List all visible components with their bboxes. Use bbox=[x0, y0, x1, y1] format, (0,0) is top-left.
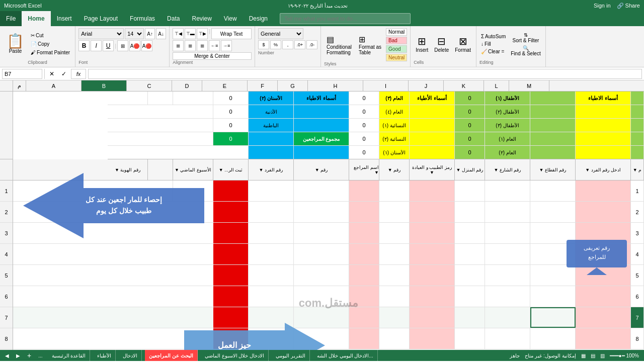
data-g-5[interactable] bbox=[349, 265, 379, 286]
sheet-nav-right[interactable]: ▶ bbox=[14, 353, 22, 358]
conditional-formatting-button[interactable]: ▤ ConditionalFormatting bbox=[324, 33, 354, 57]
data-b-2[interactable] bbox=[530, 202, 576, 222]
sub-col-m2[interactable]: رقم الهوية ▼ bbox=[108, 159, 148, 180]
decrease-indent-button[interactable]: ←≡ bbox=[209, 40, 220, 51]
delete-button[interactable]: ⊟ Delete bbox=[432, 34, 451, 54]
data-m-2[interactable]: 2 bbox=[631, 202, 644, 222]
col-header-a[interactable]: A bbox=[26, 80, 82, 91]
cell-f4[interactable]: النسائية (٢) bbox=[379, 132, 410, 146]
data-b-5[interactable] bbox=[530, 265, 576, 286]
data-i-7[interactable] bbox=[249, 307, 294, 328]
data-c-7[interactable] bbox=[485, 307, 530, 328]
data-m-5[interactable]: 5 bbox=[631, 265, 644, 286]
data-f-8[interactable] bbox=[379, 328, 410, 349]
decrease-decimal-button[interactable]: .0- bbox=[306, 40, 317, 49]
cell-c1[interactable]: الأطفال (١) bbox=[485, 92, 530, 105]
data-b-3[interactable] bbox=[530, 223, 576, 243]
cell-j4-zero[interactable]: 0 bbox=[213, 132, 249, 146]
cell-e2[interactable] bbox=[410, 105, 455, 119]
fill-button[interactable]: ↓Fill bbox=[479, 41, 507, 47]
sheet-nav-left[interactable]: ◀ bbox=[3, 353, 11, 358]
font-size-select[interactable]: 14 bbox=[125, 28, 144, 39]
data-a-1[interactable] bbox=[576, 180, 631, 201]
data-d-6[interactable] bbox=[455, 286, 485, 307]
data-j-8[interactable] bbox=[213, 328, 249, 349]
cell-d3[interactable]: 0 bbox=[455, 119, 485, 132]
data-e-7[interactable] bbox=[410, 307, 455, 328]
wrap-text-button[interactable]: Wrap Text bbox=[211, 28, 252, 39]
data-b-1[interactable] bbox=[530, 180, 576, 201]
data-m-1[interactable]: 1 bbox=[631, 180, 644, 201]
border-button[interactable]: ⊞ bbox=[117, 40, 128, 51]
cell-d1[interactable]: 0 bbox=[455, 92, 485, 105]
view-page-break-button[interactable]: ▥ bbox=[600, 353, 605, 358]
cell-row4-m[interactable] bbox=[631, 146, 644, 159]
data-e-2[interactable] bbox=[410, 202, 455, 222]
insert-button[interactable]: ⊞ Insert bbox=[414, 34, 430, 54]
align-left-button[interactable]: ≡ bbox=[173, 40, 184, 51]
col-header-g[interactable]: G bbox=[278, 80, 308, 91]
data-e-3[interactable] bbox=[410, 223, 455, 243]
cell-j3[interactable]: 0 bbox=[213, 119, 249, 132]
data-m-8[interactable]: 8 bbox=[631, 328, 644, 349]
row-num-6[interactable]: 6 bbox=[0, 286, 13, 307]
font-increase-button[interactable]: A↑ bbox=[145, 28, 155, 39]
cell-e5[interactable] bbox=[410, 146, 455, 159]
data-c-3[interactable] bbox=[485, 223, 530, 243]
data-g-8[interactable] bbox=[349, 328, 379, 349]
sheet-tab-idkhal-yawmi[interactable]: الادخال اليومي خلال الشه... bbox=[313, 350, 378, 361]
data-l-1[interactable] bbox=[148, 180, 173, 201]
format-button[interactable]: ⊠ Format bbox=[453, 34, 473, 54]
data-d-7[interactable] bbox=[455, 307, 485, 328]
cell-b4[interactable] bbox=[530, 132, 576, 146]
increase-indent-button[interactable]: →≡ bbox=[221, 40, 232, 51]
data-d-5[interactable] bbox=[455, 265, 485, 286]
data-e-6[interactable] bbox=[410, 286, 455, 307]
zoom-slider[interactable]: ━━━●━ 100% bbox=[610, 353, 639, 358]
col-header-e[interactable]: E bbox=[202, 80, 248, 91]
view-layout-button[interactable]: ▤ bbox=[591, 353, 595, 358]
fill-color-button[interactable]: A🔴 bbox=[129, 40, 140, 51]
cell-h2[interactable] bbox=[294, 105, 349, 119]
cell-b1[interactable] bbox=[530, 92, 576, 105]
col-header-i[interactable]: I bbox=[363, 80, 409, 91]
paste-button[interactable]: 📋 Paste bbox=[3, 33, 28, 55]
data-m-7[interactable]: 7 bbox=[631, 307, 644, 328]
cell-j5[interactable] bbox=[213, 146, 249, 159]
col-header-k[interactable]: K bbox=[444, 80, 484, 91]
cell-h3[interactable] bbox=[294, 119, 349, 132]
data-a-7[interactable] bbox=[576, 307, 631, 328]
cell-row1-m[interactable] bbox=[631, 105, 644, 119]
cell-row0-m[interactable] bbox=[631, 92, 644, 105]
cell-f5[interactable]: الأسنان (١) bbox=[379, 146, 410, 159]
data-a-8[interactable] bbox=[576, 328, 631, 349]
data-h-5[interactable] bbox=[294, 265, 349, 286]
row-num-4[interactable]: 4 bbox=[0, 244, 13, 265]
cell-g3[interactable]: 0 bbox=[349, 119, 379, 132]
style-bad[interactable]: Bad bbox=[386, 37, 407, 44]
sub-col-l[interactable] bbox=[148, 159, 173, 180]
data-j-4[interactable] bbox=[213, 244, 249, 264]
italic-button[interactable]: I bbox=[91, 40, 102, 51]
col-header-f[interactable]: F bbox=[248, 80, 278, 91]
cell-f3[interactable]: النسائية (١) bbox=[379, 119, 410, 132]
tab-data[interactable]: Data bbox=[161, 11, 186, 26]
sheet-tab-taqrir[interactable]: التقرير اليومي bbox=[272, 350, 310, 361]
signin-button[interactable]: Sign in bbox=[594, 3, 611, 9]
formula-cancel-button[interactable]: ✕ bbox=[47, 69, 57, 79]
bold-button[interactable]: B bbox=[78, 40, 90, 51]
sheet-nav-dots[interactable]: ... bbox=[36, 353, 44, 358]
col-header-l[interactable]: L bbox=[484, 80, 509, 91]
data-g-3[interactable] bbox=[349, 223, 379, 243]
data-g-2[interactable] bbox=[349, 202, 379, 222]
data-m-6[interactable]: 6 bbox=[631, 286, 644, 307]
data-d-3[interactable] bbox=[455, 223, 485, 243]
data-g-6[interactable] bbox=[349, 286, 379, 307]
merge-center-button[interactable]: Merge & Center bbox=[173, 52, 252, 60]
cell-e1[interactable]: أسماء الأطباء bbox=[410, 92, 455, 105]
increase-decimal-button[interactable]: .0+ bbox=[294, 40, 305, 49]
autosum-button[interactable]: ΣAutoSum bbox=[479, 33, 507, 40]
data-a-3[interactable] bbox=[576, 223, 631, 243]
data-b-4[interactable] bbox=[530, 244, 576, 264]
data-j-1[interactable] bbox=[213, 180, 249, 201]
